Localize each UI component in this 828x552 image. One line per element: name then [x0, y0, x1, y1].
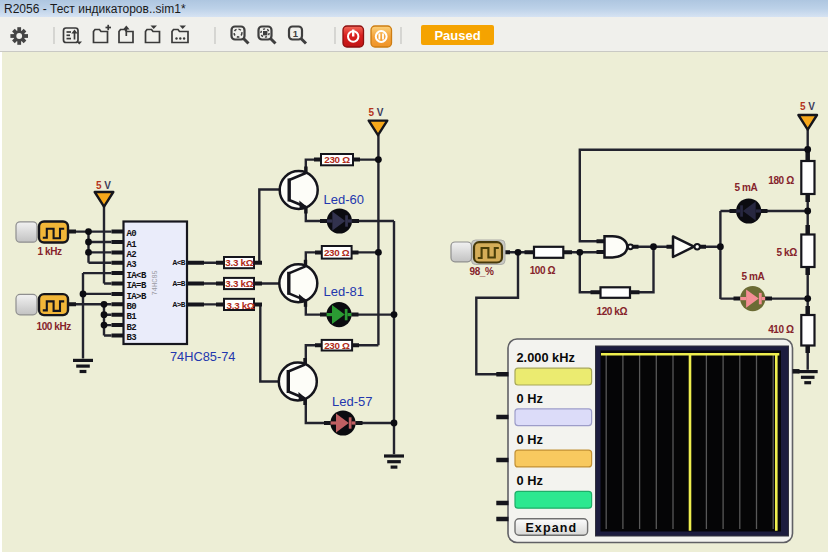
svg-text:Led-81: Led-81 — [324, 284, 364, 299]
svg-text:B1: B1 — [127, 312, 138, 322]
svg-text:100 kHz: 100 kHz — [37, 321, 72, 332]
svg-text:100 Ω: 100 Ω — [530, 265, 556, 276]
svg-text:230 Ω: 230 Ω — [324, 154, 350, 165]
svg-text:IA>B: IA>B — [127, 292, 147, 302]
svg-text:B3: B3 — [127, 333, 137, 343]
svg-text:R2056 - Тест индикаторов..sim1: R2056 - Тест индикаторов..sim1* — [4, 2, 186, 16]
svg-text:B2: B2 — [127, 323, 137, 333]
svg-text:A2: A2 — [127, 250, 137, 260]
svg-text:0 Hz: 0 Hz — [517, 473, 543, 488]
svg-text:3.3 kΩ: 3.3 kΩ — [225, 278, 253, 289]
svg-text:IA<B: IA<B — [127, 271, 147, 281]
svg-text:1: 1 — [293, 28, 299, 39]
svg-text:Led-57: Led-57 — [332, 394, 372, 409]
svg-text:180 Ω: 180 Ω — [768, 175, 794, 186]
svg-text:2.000 kHz: 2.000 kHz — [517, 350, 575, 365]
svg-text:230 Ω: 230 Ω — [324, 247, 350, 258]
svg-text:Paused: Paused — [434, 28, 480, 43]
svg-text:0 Hz: 0 Hz — [517, 391, 543, 406]
svg-text:410 Ω: 410 Ω — [768, 324, 794, 335]
svg-text:98_%: 98_% — [470, 266, 494, 277]
svg-text:230 Ω: 230 Ω — [324, 340, 350, 351]
svg-text:3.3 kΩ: 3.3 kΩ — [227, 300, 255, 311]
svg-text:5 V: 5 V — [800, 101, 815, 112]
svg-text:120 kΩ: 120 kΩ — [597, 306, 628, 317]
svg-text:Expand: Expand — [525, 521, 577, 535]
svg-text:A<B: A<B — [173, 259, 186, 267]
svg-text:5 V: 5 V — [369, 107, 384, 118]
svg-text:A>B: A>B — [173, 301, 186, 309]
svg-text:74HC85-74: 74HC85-74 — [170, 349, 235, 364]
svg-text:A=B: A=B — [173, 280, 186, 288]
svg-text:5 V: 5 V — [96, 180, 111, 191]
svg-text:0 Hz: 0 Hz — [517, 432, 543, 447]
svg-text:3.3 kΩ: 3.3 kΩ — [225, 257, 253, 268]
svg-text:5 mA: 5 mA — [742, 271, 765, 282]
svg-text:Led-60: Led-60 — [324, 192, 364, 207]
svg-text:IA=B: IA=B — [127, 281, 147, 291]
svg-text:74HC85: 74HC85 — [152, 270, 160, 295]
svg-text:A0: A0 — [127, 229, 137, 239]
svg-text:5 kΩ: 5 kΩ — [777, 247, 798, 258]
svg-text:A1: A1 — [127, 240, 138, 250]
svg-text:1 kHz: 1 kHz — [38, 246, 63, 257]
svg-text:B0: B0 — [127, 302, 137, 312]
svg-text:A3: A3 — [127, 260, 137, 270]
svg-text:5 mA: 5 mA — [735, 182, 758, 193]
